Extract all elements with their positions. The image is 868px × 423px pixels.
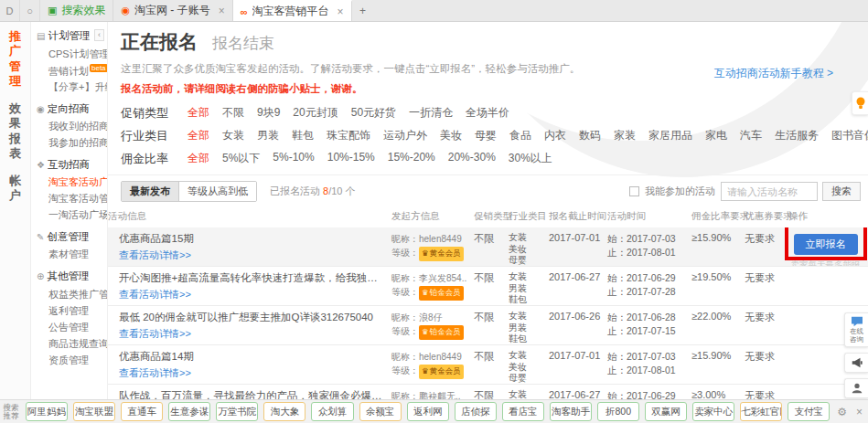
filter-option[interactable]: 5%-10% bbox=[266, 151, 320, 166]
sidebar-item[interactable]: 营销计划beta bbox=[37, 62, 107, 79]
gear-icon[interactable]: ⚙ bbox=[835, 406, 849, 418]
quick-link[interactable]: 阿里妈妈 bbox=[26, 402, 68, 421]
browser-tab-taobao[interactable]: ◉ 淘宝网 - 子账号 × bbox=[113, 0, 232, 21]
sidebar-item[interactable]: 资质管理 bbox=[37, 352, 107, 368]
my-eligible-checkbox-label[interactable]: 我能参加的活动 bbox=[645, 185, 715, 198]
filter-option[interactable]: 30%以上 bbox=[502, 151, 559, 166]
sidebar-item[interactable]: 我收到的招商需求 bbox=[37, 119, 107, 135]
quick-link[interactable]: 余额宝 bbox=[359, 402, 402, 421]
tab-ended-activities[interactable]: 报名结束 bbox=[212, 33, 274, 54]
filter-option[interactable]: 家装 bbox=[607, 128, 642, 143]
sidebar-item-label: 我收到的招商需求 bbox=[48, 121, 108, 132]
view-detail-link[interactable]: 查看活动详情>> bbox=[119, 249, 191, 262]
sidebar-item[interactable]: 素材管理 bbox=[37, 247, 107, 263]
filter-option[interactable]: 食品 bbox=[503, 128, 538, 143]
quick-link[interactable]: 淘宝联盟 bbox=[73, 402, 115, 421]
sidebar-item-label: CPS计划管理 bbox=[48, 48, 108, 59]
sidebar-item[interactable]: 公告管理 bbox=[37, 319, 107, 335]
filter-option[interactable]: 20元封顶 bbox=[286, 105, 344, 121]
filter-option[interactable]: 10%-15% bbox=[321, 151, 381, 166]
new-tab-button[interactable]: + bbox=[352, 0, 374, 21]
browser-home-icon[interactable]: ○ bbox=[20, 0, 40, 21]
filter-option[interactable]: 女装 bbox=[216, 128, 251, 143]
sidebar-group-title-other[interactable]: ⊕ 其他管理 bbox=[37, 270, 107, 283]
tips-widget[interactable] bbox=[852, 91, 868, 115]
browser-tab-tbk-platform[interactable]: ∞ 淘宝客营销平台 × bbox=[233, 0, 352, 21]
filter-option[interactable]: 运动户外 bbox=[377, 128, 434, 143]
sidebar-item[interactable]: 淘宝客活动广场 bbox=[37, 174, 107, 191]
view-detail-link[interactable]: 查看活动详情>> bbox=[119, 288, 191, 301]
browser-tab-extension[interactable]: ▣ 搜索效果 bbox=[40, 0, 113, 21]
primary-nav-item[interactable]: 效果报表 bbox=[9, 101, 22, 161]
quick-link[interactable]: 卖家中心 bbox=[692, 402, 734, 421]
sidebar-group-title-targeted[interactable]: ◉ 定向招商 bbox=[37, 102, 107, 116]
sidebar-item[interactable]: 我参加的招商需求 bbox=[37, 135, 107, 152]
filter-option[interactable]: 9块9 bbox=[251, 105, 286, 121]
filter-option[interactable]: 全场半价 bbox=[459, 105, 516, 121]
quick-link[interactable]: 生意参谋 bbox=[168, 402, 210, 421]
primary-nav-item[interactable]: 推广管理 bbox=[9, 29, 22, 89]
sidebar-collapse-button[interactable]: ‹ bbox=[94, 29, 104, 41]
tab-close-icon[interactable]: × bbox=[338, 5, 344, 18]
filter-option[interactable]: 内衣 bbox=[538, 128, 573, 143]
announcement-widget[interactable] bbox=[844, 353, 868, 373]
quick-link[interactable]: 众划算 bbox=[311, 402, 353, 421]
close-icon[interactable]: × bbox=[854, 406, 864, 418]
quick-link[interactable]: 双赢网 bbox=[645, 402, 687, 421]
sidebar-group-title-creative[interactable]: ✎ 创意管理 bbox=[37, 230, 107, 244]
filter-option[interactable]: 家电 bbox=[699, 128, 734, 143]
sort-tab[interactable]: 最新发布 bbox=[122, 182, 178, 201]
quick-link[interactable]: 折800 bbox=[597, 402, 639, 421]
filter-option[interactable]: 不限 bbox=[216, 105, 251, 121]
contact-widget[interactable] bbox=[844, 378, 868, 398]
search-button[interactable]: 搜索 bbox=[822, 182, 861, 201]
sidebar-group-title-interactive[interactable]: ❖ 互动招商 bbox=[37, 158, 107, 172]
filter-option[interactable]: 全部 bbox=[181, 128, 216, 143]
filter-option[interactable]: 一折清仓 bbox=[402, 105, 459, 121]
sort-tab[interactable]: 等级从高到低 bbox=[178, 182, 256, 201]
tab-close-icon[interactable]: × bbox=[219, 5, 225, 17]
sidebar-item[interactable]: 商品违规查询工具 bbox=[37, 335, 107, 352]
filter-option[interactable]: 数码 bbox=[573, 128, 607, 143]
deadline-cell: 2017-06-26 bbox=[549, 311, 607, 322]
sidebar-item[interactable]: 一淘活动广场 bbox=[37, 207, 107, 224]
filter-option[interactable]: 全部 bbox=[181, 105, 216, 121]
filter-option[interactable]: 美妆 bbox=[434, 128, 468, 143]
filter-option[interactable]: 5%以下 bbox=[216, 151, 266, 166]
quick-link[interactable]: 万堂书院 bbox=[216, 402, 258, 421]
quick-link[interactable]: 店侦探 bbox=[455, 402, 497, 421]
quick-link[interactable]: 直通车 bbox=[121, 402, 163, 421]
sidebar-item[interactable]: 淘宝客活动管理 bbox=[37, 191, 107, 207]
sidebar-item[interactable]: 权益类推广管理New bbox=[37, 286, 107, 303]
online-chat-widget[interactable]: 在线 咨询 bbox=[844, 312, 868, 347]
quick-link[interactable]: 淘客助手 bbox=[550, 402, 592, 421]
sidebar-item[interactable]: 返利管理 bbox=[37, 302, 107, 319]
primary-nav-item[interactable]: 帐户 bbox=[9, 174, 22, 204]
filter-option[interactable]: 汽车 bbox=[734, 128, 768, 143]
filter-option[interactable]: 男装 bbox=[251, 128, 285, 143]
quick-link[interactable]: 看店宝 bbox=[502, 402, 544, 421]
tutorial-link[interactable]: 互动招商活动新手教程 > bbox=[714, 66, 833, 81]
sidebar-item[interactable]: CPS计划管理 bbox=[37, 46, 107, 62]
view-detail-link[interactable]: 查看活动详情>> bbox=[119, 327, 191, 341]
quick-link[interactable]: 淘大象 bbox=[263, 402, 305, 421]
filter-option[interactable]: 母婴 bbox=[468, 128, 503, 143]
filter-option[interactable]: 图书音像 bbox=[825, 128, 868, 143]
search-input[interactable] bbox=[721, 182, 818, 201]
filter-option[interactable]: 50元好货 bbox=[345, 105, 402, 121]
signup-button[interactable]: 立即报名 bbox=[794, 234, 858, 255]
browser-menu-icon[interactable]: D bbox=[0, 0, 20, 21]
view-detail-link[interactable]: 查看活动详情>> bbox=[119, 366, 191, 380]
filter-option[interactable]: 全部 bbox=[181, 151, 216, 166]
sidebar-item[interactable]: 【分享+】升级管理 bbox=[37, 79, 107, 96]
quick-link[interactable]: 返利网 bbox=[407, 402, 449, 421]
quick-link[interactable]: 支付宝 bbox=[788, 402, 830, 421]
quick-link[interactable]: 七彩虹官网 bbox=[740, 402, 782, 421]
filter-option[interactable]: 生活服务 bbox=[768, 128, 825, 143]
my-eligible-checkbox[interactable] bbox=[629, 186, 639, 196]
filter-option[interactable]: 15%-20% bbox=[381, 151, 442, 166]
filter-option[interactable]: 珠宝配饰 bbox=[320, 128, 377, 143]
filter-option[interactable]: 20%-30% bbox=[442, 151, 502, 166]
filter-option[interactable]: 鞋包 bbox=[285, 128, 320, 143]
filter-option[interactable]: 家居用品 bbox=[642, 128, 699, 143]
